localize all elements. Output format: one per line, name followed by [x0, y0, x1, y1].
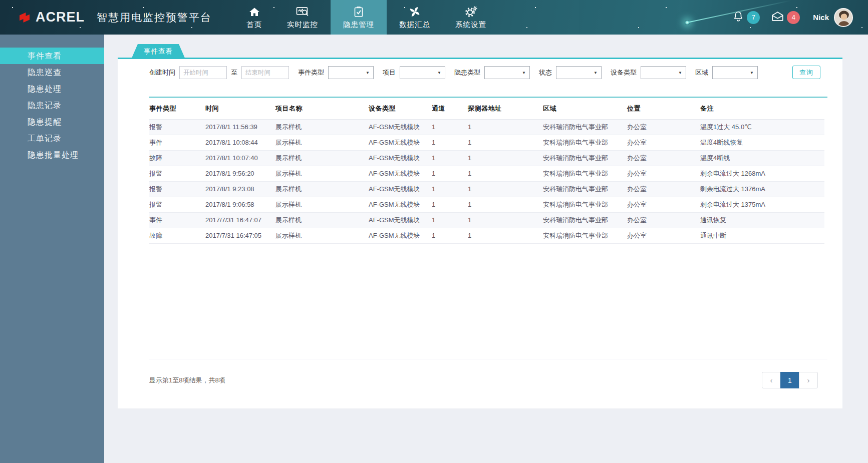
nav-item-hazard-management[interactable]: 隐患管理	[331, 0, 387, 35]
table-cell: 展示样机	[275, 135, 369, 151]
events-table-wrap: 事件类型时间项目名称设备类型通道探测器地址区域位置备注 报警2017/8/1 1…	[149, 97, 827, 359]
sidebar-item-hazard-handling[interactable]: 隐患处理	[0, 81, 104, 97]
user-avatar[interactable]	[834, 8, 853, 27]
table-cell: 1	[432, 213, 468, 228]
sidebar-item-hazard-records[interactable]: 隐患记录	[0, 97, 104, 114]
sidebar-item-event-view[interactable]: 事件查看	[0, 48, 104, 64]
end-time-input[interactable]	[241, 66, 289, 79]
column-header: 时间	[205, 98, 275, 120]
table-cell: 1	[432, 228, 468, 244]
table-cell: 事件	[149, 135, 205, 151]
table-cell: 办公室	[627, 166, 700, 182]
events-table: 事件类型时间项目名称设备类型通道探测器地址区域位置备注 报警2017/8/1 1…	[149, 98, 824, 244]
table-cell: 1	[468, 120, 543, 135]
table-header-row: 事件类型时间项目名称设备类型通道探测器地址区域位置备注	[149, 98, 824, 120]
nav-item-data-summary[interactable]: 数据汇总	[387, 0, 443, 35]
table-row: 报警2017/8/1 11:56:39展示样机AF-GSM无线模块11安科瑞消防…	[149, 120, 824, 135]
table-cell: 通讯中断	[700, 228, 824, 244]
acrel-logo-icon	[18, 11, 31, 24]
filter-group-event-type: 事件类型▼	[298, 66, 374, 79]
table-cell: 剩余电流过大 1376mA	[700, 182, 824, 197]
logo-text: ACREL	[36, 10, 85, 25]
top-navbar: ACREL 智慧用电监控预警平台 首页实时监控隐患管理数据汇总系统设置 7 4 …	[0, 0, 868, 35]
table-cell: 展示样机	[275, 166, 369, 182]
nav-item-home[interactable]: 首页	[234, 0, 274, 35]
home-icon	[248, 5, 261, 19]
table-cell: 2017/7/31 16:47:07	[205, 213, 275, 228]
column-header: 通道	[432, 98, 468, 120]
table-cell: 1	[468, 182, 543, 197]
table-cell: 2017/8/1 10:07:40	[205, 151, 275, 166]
notifications-button[interactable]: 7	[732, 10, 760, 25]
table-cell: AF-GSM无线模块	[369, 197, 432, 213]
table-cell: 故障	[149, 151, 205, 166]
table-row: 报警2017/8/1 9:23:08展示样机AF-GSM无线模块11安科瑞消防电…	[149, 182, 824, 197]
filter-group-area: 区域▼	[695, 66, 758, 79]
create-time-filter: 创建时间 至	[149, 66, 289, 79]
tab-event-view[interactable]: 事件查看	[131, 44, 185, 59]
mail-icon	[771, 11, 784, 24]
table-cell: AF-GSM无线模块	[369, 135, 432, 151]
notification-count-badge: 7	[747, 11, 760, 24]
table-cell: 办公室	[627, 182, 700, 197]
table-cell: 2017/8/1 10:08:44	[205, 135, 275, 151]
sidebar-item-hazard-batch-handling[interactable]: 隐患批量处理	[0, 147, 104, 163]
chevron-down-icon: ▼	[678, 70, 682, 75]
table-cell: AF-GSM无线模块	[369, 213, 432, 228]
table-cell: 办公室	[627, 151, 700, 166]
table-cell: 2017/7/31 16:47:05	[205, 228, 275, 244]
table-row: 故障2017/7/31 16:47:05展示样机AF-GSM无线模块11安科瑞消…	[149, 228, 824, 244]
table-cell: 展示样机	[275, 120, 369, 135]
filter-group-status: 状态▼	[539, 66, 602, 79]
clipboard-check-icon	[353, 5, 365, 19]
filter-select-area[interactable]: ▼	[712, 66, 758, 79]
table-cell: 安科瑞消防电气事业部	[543, 135, 627, 151]
table-cell: 1	[468, 135, 543, 151]
filter-select-hazard-type[interactable]: ▼	[484, 66, 530, 79]
page: { "colors": { "accent_teal": "#35bfc9", …	[0, 0, 868, 463]
table-row: 报警2017/8/1 9:56:20展示样机AF-GSM无线模块11安科瑞消防电…	[149, 166, 824, 182]
nav-item-realtime-monitor[interactable]: 实时监控	[274, 0, 331, 35]
sidebar-item-hazard-inspection[interactable]: 隐患巡查	[0, 64, 104, 81]
table-cell: 报警	[149, 120, 205, 135]
brand: ACREL 智慧用电监控预警平台	[18, 10, 212, 25]
next-page-button[interactable]: ›	[799, 372, 818, 388]
table-cell: AF-GSM无线模块	[369, 182, 432, 197]
table-cell: 温度1过大 45.0℃	[700, 120, 824, 135]
pagination: ‹ 1 ›	[762, 372, 818, 388]
filter-label-area: 区域	[695, 68, 708, 77]
table-cell: 展示样机	[275, 228, 369, 244]
table-cell: 1	[468, 166, 543, 182]
table-cell: 1	[432, 120, 468, 135]
table-cell: AF-GSM无线模块	[369, 228, 432, 244]
start-time-input[interactable]	[179, 66, 227, 79]
filter-select-project[interactable]: ▼	[400, 66, 445, 79]
table-cell: 2017/8/1 9:06:58	[205, 197, 275, 213]
filter-select-status[interactable]: ▼	[556, 66, 602, 79]
filter-group-project: 项目▼	[383, 66, 445, 79]
table-cell: 报警	[149, 197, 205, 213]
column-header: 位置	[627, 98, 700, 120]
table-cell: 办公室	[627, 197, 700, 213]
table-cell: AF-GSM无线模块	[369, 151, 432, 166]
nav-item-system-settings[interactable]: 系统设置	[443, 0, 499, 35]
filter-select-event-type[interactable]: ▼	[328, 66, 374, 79]
sidebar-item-work-order-records[interactable]: 工单记录	[0, 130, 104, 147]
table-cell: 1	[468, 213, 543, 228]
to-label: 至	[231, 68, 237, 77]
search-button[interactable]: 查询	[792, 66, 820, 79]
event-view-panel: 创建时间 至 事件类型▼项目▼隐患类型▼状态▼设备类型▼区域▼ 查询 事件类型时…	[118, 59, 842, 408]
chevron-down-icon: ▼	[366, 70, 370, 75]
sidebar-item-hazard-reminder[interactable]: 隐患提醒	[0, 114, 104, 130]
table-cell: AF-GSM无线模块	[369, 166, 432, 182]
filter-select-device-type[interactable]: ▼	[641, 66, 686, 79]
table-cell: 1	[432, 182, 468, 197]
table-cell: 通讯恢复	[700, 213, 824, 228]
table-cell: 办公室	[627, 213, 700, 228]
messages-button[interactable]: 4	[771, 11, 800, 24]
page-1-button[interactable]: 1	[780, 372, 799, 388]
prev-page-button[interactable]: ‹	[762, 372, 781, 388]
filter-bar: 创建时间 至 事件类型▼项目▼隐患类型▼状态▼设备类型▼区域▼ 查询	[133, 59, 827, 79]
chevron-down-icon: ▼	[522, 70, 526, 75]
chevron-down-icon: ▼	[594, 70, 598, 75]
